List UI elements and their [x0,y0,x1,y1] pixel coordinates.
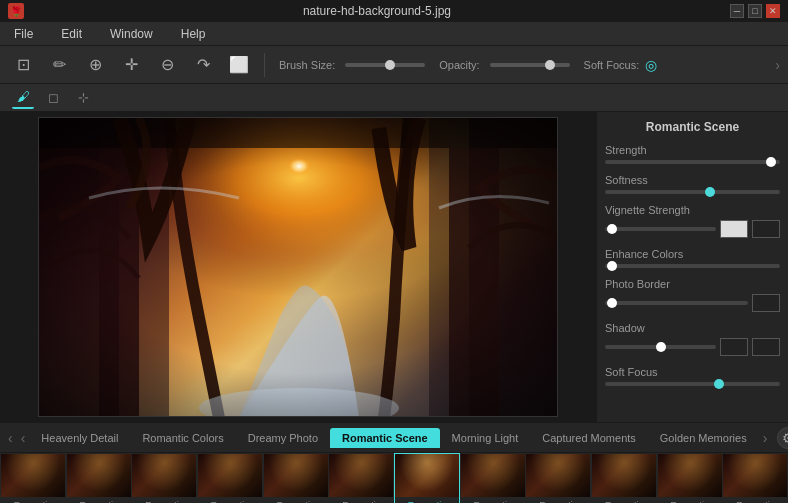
tab-captured-moments[interactable]: Captured Moments [530,428,648,448]
main-area: Romantic Scene Strength Softness Vignett… [0,112,788,422]
thumb-6[interactable]: Romantic Scene 06 [328,453,394,503]
photo-border-control: Photo Border [605,278,780,312]
thumb-img-3 [132,454,196,497]
move-tool-button[interactable]: ✛ [116,50,146,80]
thumb-label-4: Romantic Scene 04 [198,499,262,503]
opacity-thumb[interactable] [545,60,555,70]
crop-tool-button[interactable]: ⊡ [8,50,38,80]
svg-rect-10 [39,118,558,417]
photo-border-label: Photo Border [605,278,780,290]
menu-window[interactable]: Window [104,25,159,43]
thumb-5[interactable]: Romantic Scene 05 [263,453,329,503]
app-icon: 🌹 [8,3,24,19]
thumb-12[interactable]: Romantic Scene 12 [722,453,788,503]
softness-control: Softness [605,174,780,194]
vignette-swatch-white[interactable] [720,220,748,238]
rotate-button[interactable]: ↷ [188,50,218,80]
soft-focus-label: Soft Focus [605,366,780,378]
photo-border-thumb[interactable] [607,298,617,308]
zoom-out-button[interactable]: ⊖ [152,50,182,80]
thumb-img-4 [198,454,262,497]
thumb-7[interactable]: Romantic Scene 07 [394,453,460,503]
opacity-slider[interactable] [490,63,570,67]
brush-size-label: Brush Size: [279,59,335,71]
vignette-swatches [720,220,780,238]
brush-tool-button[interactable]: ✏ [44,50,74,80]
tab-heavenly-detail[interactable]: Heavenly Detail [29,428,130,448]
enhance-colors-thumb[interactable] [607,261,617,271]
thumb-img-5 [264,454,328,497]
thumb-11[interactable]: Romantic Scene 11 [657,453,723,503]
soft-focus-icon[interactable]: ◎ [645,57,657,73]
titlebar: 🌹 nature-hd-background-5.jpg ─ □ ✕ [0,0,788,22]
canvas-image [38,117,558,417]
eraser-button[interactable]: ◻ [42,87,64,109]
minimize-button[interactable]: ─ [730,4,744,18]
opacity-label: Opacity: [439,59,479,71]
thumb-label-8: Romantic Scene 08 [461,499,525,503]
brush-size-slider[interactable] [345,63,425,67]
thumb-10[interactable]: Romantic Scene 10 [591,453,657,503]
thumb-9[interactable]: Romantic Scene 09 [525,453,591,503]
maximize-button[interactable]: □ [748,4,762,18]
panel-title: Romantic Scene [605,120,780,134]
soft-focus-thumb[interactable] [714,379,724,389]
soft-focus-label: Soft Focus: [584,59,640,71]
tab-golden-memories[interactable]: Golden Memories [648,428,759,448]
zoom-in-button[interactable]: ⊕ [80,50,110,80]
soft-focus-control: Soft Focus [605,366,780,386]
thumb-img-8 [461,454,525,497]
tab-morning-light[interactable]: Morning Light [440,428,531,448]
close-button[interactable]: ✕ [766,4,780,18]
canvas-area[interactable] [0,112,596,422]
thumb-img-9 [526,454,590,497]
tab-romantic-scene[interactable]: Romantic Scene [330,428,440,448]
tab-nav-left[interactable]: ‹ [4,430,17,446]
select-button[interactable]: ⊹ [72,87,94,109]
menu-edit[interactable]: Edit [55,25,88,43]
softness-thumb[interactable] [705,187,715,197]
thumb-label-6: Romantic Scene 06 [329,499,393,503]
tab-nav-right[interactable]: › [759,430,772,446]
thumb-1[interactable]: Romantic Scene 01 [0,453,66,503]
softness-slider[interactable] [605,190,780,194]
thumb-img-6 [329,454,393,497]
thumb-2[interactable]: Romantic Scene 02 [66,453,132,503]
photo-border-slider[interactable] [605,301,748,305]
enhance-colors-slider[interactable] [605,264,780,268]
shadow-label: Shadow [605,322,780,334]
thumb-label-11: Romantic Scene 11 [658,499,722,503]
window-controls: ─ □ ✕ [730,4,780,18]
enhance-colors-label: Enhance Colors [605,248,780,260]
strength-thumb[interactable] [766,157,776,167]
tab-romantic-colors[interactable]: Romantic Colors [130,428,235,448]
frame-button[interactable]: ⬜ [224,50,254,80]
thumb-8[interactable]: Romantic Scene 08 [460,453,526,503]
menu-file[interactable]: File [8,25,39,43]
menu-help[interactable]: Help [175,25,212,43]
sub-toolbar: 🖌 ◻ ⊹ [0,84,788,112]
thumb-img-10 [592,454,656,497]
tab-nav-prev[interactable]: ‹ [17,430,30,446]
soft-focus-slider[interactable] [605,382,780,386]
vignette-slider[interactable] [605,227,716,231]
bottom-strip: ‹ ‹ Heavenly Detail Romantic Colors Drea… [0,422,788,503]
shadow-swatch-1[interactable] [720,338,748,356]
paint-brush-button[interactable]: 🖌 [12,87,34,109]
filter-tabs: ‹ ‹ Heavenly Detail Romantic Colors Drea… [0,423,788,453]
shadow-thumb[interactable] [656,342,666,352]
tab-dreamy-photo[interactable]: Dreamy Photo [236,428,330,448]
shadow-slider[interactable] [605,345,716,349]
window-title: nature-hd-background-5.jpg [24,4,730,18]
strength-slider[interactable] [605,160,780,164]
vignette-thumb[interactable] [607,224,617,234]
toolbar-expand-button[interactable]: › [775,57,780,73]
brush-size-thumb[interactable] [385,60,395,70]
vignette-swatch-dark[interactable] [752,220,780,238]
vignette-control: Vignette Strength [605,204,780,238]
photo-border-swatch[interactable] [752,294,780,312]
settings-button[interactable]: ⚙ [777,427,788,449]
thumb-3[interactable]: Romantic Scene 03 [131,453,197,503]
shadow-swatch-2[interactable] [752,338,780,356]
thumb-4[interactable]: Romantic Scene 04 [197,453,263,503]
